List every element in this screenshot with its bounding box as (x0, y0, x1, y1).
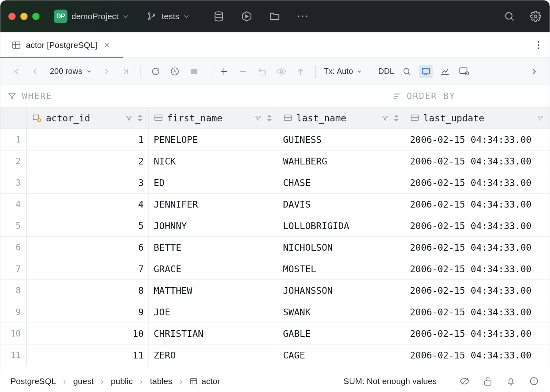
cell-last-name[interactable]: LOLLOBRIGIDA (278, 215, 405, 236)
view-settings-button[interactable] (457, 65, 471, 78)
cell-actor-id[interactable]: 8 (27, 280, 149, 301)
reload-button[interactable] (149, 65, 162, 78)
breadcrumb[interactable]: PostgreSQL › guest › public › tables › a… (10, 376, 220, 386)
cell-last-name[interactable]: WAHLBERG (278, 150, 405, 172)
sort-icon[interactable] (394, 115, 399, 122)
cell-first-name[interactable]: JENNIFER (149, 194, 278, 215)
filter-icon[interactable] (382, 115, 389, 122)
tab-options-button[interactable] (527, 32, 550, 57)
table-row[interactable]: 33EDCHASE2006-02-15 04:34:33.00 (0, 172, 550, 194)
column-header-last-name[interactable]: last_name (278, 107, 405, 129)
unlock-icon[interactable] (482, 376, 493, 387)
visibility-off-icon[interactable] (459, 376, 470, 387)
ddl-button[interactable]: DDL (378, 67, 394, 76)
settings-gear-icon[interactable] (530, 10, 542, 22)
minimize-window-button[interactable] (20, 13, 28, 20)
table-row[interactable]: 22NICKWAHLBERG2006-02-15 04:34:33.00 (0, 150, 550, 172)
maximize-window-button[interactable] (32, 13, 40, 20)
transaction-mode-dropdown[interactable]: Tx: Auto (324, 67, 362, 76)
cell-actor-id[interactable]: 9 (27, 301, 149, 323)
database-icon[interactable] (213, 10, 225, 22)
cell-last-name[interactable]: MOSTEL (278, 258, 405, 279)
run-icon[interactable] (241, 10, 253, 22)
cell-first-name[interactable]: PENELOPE (149, 129, 278, 150)
cell-first-name[interactable]: BETTE (149, 237, 278, 258)
cell-last-update[interactable]: 2006-02-15 04:34:33.00 (405, 344, 550, 366)
find-button[interactable] (400, 65, 413, 78)
submit-button[interactable] (294, 65, 307, 78)
cell-last-update[interactable]: 2006-02-15 04:34:33.00 (405, 172, 550, 193)
filter-icon[interactable] (537, 115, 544, 122)
table-row[interactable]: 55JOHNNYLOLLOBRIGIDA2006-02-15 04:34:33.… (0, 215, 550, 237)
prev-page-button[interactable] (28, 65, 42, 78)
cell-first-name[interactable]: MATTHEW (149, 280, 278, 301)
cell-first-name[interactable]: ED (149, 172, 278, 193)
cell-last-name[interactable]: DAVIS (278, 194, 405, 215)
cell-actor-id[interactable]: 7 (27, 258, 149, 279)
cell-actor-id[interactable]: 3 (27, 172, 149, 193)
where-clause-input[interactable]: WHERE (0, 85, 385, 107)
cell-first-name[interactable]: JOE (149, 301, 278, 323)
expand-toolbar-button[interactable] (527, 65, 541, 78)
filter-icon[interactable] (125, 115, 133, 122)
cell-last-name[interactable]: NICHOLSON (278, 237, 405, 258)
tab-actor[interactable]: actor [PostgreSQL] (0, 32, 123, 57)
cell-actor-id[interactable]: 10 (27, 323, 149, 344)
problems-icon[interactable] (528, 376, 540, 387)
cell-last-name[interactable]: CAGE (278, 344, 405, 366)
folder-icon[interactable] (269, 10, 281, 22)
first-page-button[interactable] (9, 65, 23, 78)
cell-first-name[interactable]: CHRISTIAN (149, 323, 278, 344)
table-row[interactable]: 66BETTENICHOLSON2006-02-15 04:34:33.00 (0, 237, 550, 258)
cell-last-update[interactable]: 2006-02-15 04:34:33.00 (405, 237, 550, 258)
cell-first-name[interactable]: ZERO (149, 344, 278, 366)
cell-last-update[interactable]: 2006-02-15 04:34:33.00 (405, 280, 550, 301)
sort-icon[interactable] (267, 115, 272, 122)
cell-last-update[interactable]: 2006-02-15 04:34:33.00 (405, 301, 550, 323)
row-count-dropdown[interactable]: 200 rows (50, 67, 92, 76)
cell-last-update[interactable]: 2006-02-15 04:34:33.00 (405, 258, 550, 279)
cell-last-update[interactable]: 2006-02-15 04:34:33.00 (405, 194, 550, 215)
table-row[interactable]: 11PENELOPEGUINESS2006-02-15 04:34:33.00 (0, 129, 550, 150)
column-header-last-update[interactable]: last_update (405, 107, 550, 129)
close-window-button[interactable] (8, 13, 16, 20)
last-page-button[interactable] (119, 65, 133, 78)
order-by-input[interactable]: ORDER BY (385, 91, 550, 101)
cell-actor-id[interactable]: 4 (27, 194, 149, 215)
delete-row-button[interactable] (236, 65, 250, 78)
cell-last-name[interactable]: JOHANSSON (278, 280, 405, 301)
search-icon[interactable] (503, 10, 515, 22)
column-header-actor-id[interactable]: actor_id (27, 107, 149, 129)
table-row[interactable]: 1010CHRISTIANGABLE2006-02-15 04:34:33.00 (0, 323, 550, 344)
history-button[interactable] (168, 65, 182, 78)
filter-button[interactable] (419, 65, 433, 78)
stop-button[interactable] (187, 65, 201, 78)
table-row[interactable]: 44JENNIFERDAVIS2006-02-15 04:34:33.00 (0, 194, 550, 215)
cell-actor-id[interactable]: 1 (27, 129, 149, 150)
cell-last-name[interactable]: SWANK (278, 301, 405, 323)
cell-last-update[interactable]: 2006-02-15 04:34:33.00 (405, 323, 550, 344)
cell-actor-id[interactable]: 6 (27, 237, 149, 258)
cell-last-update[interactable]: 2006-02-15 04:34:33.00 (405, 215, 550, 236)
add-row-button[interactable] (217, 65, 231, 78)
cell-last-name[interactable]: CHASE (278, 172, 405, 193)
vcs-branch-switcher[interactable]: tests (146, 10, 190, 22)
cell-first-name[interactable]: NICK (149, 150, 278, 172)
cell-actor-id[interactable]: 5 (27, 215, 149, 236)
table-row[interactable]: 1111ZEROCAGE2006-02-15 04:34:33.00 (0, 344, 550, 366)
preview-changes-button[interactable] (275, 65, 288, 78)
filter-icon[interactable] (255, 115, 262, 122)
sort-icon[interactable] (137, 115, 143, 122)
cell-last-name[interactable]: GUINESS (278, 129, 405, 150)
cell-last-update[interactable]: 2006-02-15 04:34:33.00 (405, 129, 550, 150)
project-switcher[interactable]: DP demoProject (54, 10, 129, 23)
cell-actor-id[interactable]: 11 (27, 344, 149, 366)
notifications-icon[interactable] (505, 376, 516, 387)
table-row[interactable]: 88MATTHEWJOHANSSON2006-02-15 04:34:33.00 (0, 280, 550, 301)
table-row[interactable]: 77GRACEMOSTEL2006-02-15 04:34:33.00 (0, 258, 550, 280)
revert-button[interactable] (255, 65, 269, 78)
cell-last-name[interactable]: GABLE (278, 323, 405, 344)
cell-actor-id[interactable]: 2 (27, 150, 149, 172)
chart-button[interactable] (438, 65, 452, 78)
next-page-button[interactable] (100, 65, 113, 78)
